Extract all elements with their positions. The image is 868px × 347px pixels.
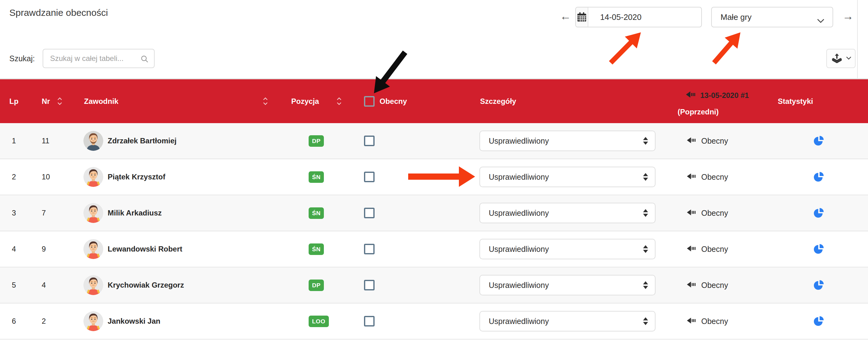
- position-badge: ŚN: [309, 244, 324, 255]
- stats-pie-icon[interactable]: [813, 304, 825, 339]
- page-title: Sprawdzanie obecności: [9, 7, 108, 18]
- next-day-arrow-button[interactable]: →: [842, 10, 854, 22]
- table-row: 1 11: [0, 123, 868, 159]
- header-position: Pozycja: [291, 79, 319, 123]
- red-arrow-icon: [609, 32, 641, 65]
- table-row: 6 2: [0, 304, 868, 340]
- search-icon: [140, 55, 149, 65]
- header-present: Obecny: [379, 79, 407, 123]
- history-back-icon: [687, 280, 696, 290]
- header-nr: Nr: [42, 79, 50, 123]
- player-avatar: [83, 275, 103, 295]
- player-avatar: [83, 203, 103, 223]
- history-back-icon: [686, 91, 696, 100]
- search-label: Szukaj:: [9, 54, 35, 63]
- present-checkbox[interactable]: [364, 316, 375, 326]
- chevron-down-icon: [846, 56, 851, 61]
- player-name: Milik Arkadiusz: [107, 195, 162, 231]
- history-back-icon: [687, 317, 696, 326]
- red-arrow-icon: [712, 32, 740, 64]
- select-all-present-checkbox[interactable]: [364, 96, 375, 107]
- table-row: 5 4: [0, 267, 868, 304]
- position-badge: DP: [309, 280, 324, 291]
- previous-attendance-label: Obecny: [701, 245, 728, 254]
- row-index-cell: 4: [12, 231, 16, 267]
- export-icon: [830, 53, 843, 65]
- sort-chevrons-icon[interactable]: [57, 97, 62, 105]
- player-number-cell: 10: [42, 159, 50, 195]
- details-select[interactable]: Usprawiedliwiony: [479, 311, 655, 332]
- previous-day-arrow-button[interactable]: ←: [560, 10, 571, 22]
- position-badge: ŚN: [309, 171, 324, 183]
- date-input[interactable]: [588, 7, 702, 27]
- search-box: [42, 49, 155, 68]
- player-avatar: [83, 311, 103, 331]
- header-details: Szczegóły: [480, 79, 516, 123]
- table-row: 4 9: [0, 231, 868, 267]
- table-header: Lp Nr Zawodnik Pozycja Obecny Szczegóły: [0, 79, 868, 123]
- header-lp: Lp: [9, 79, 18, 123]
- stats-pie-icon[interactable]: [813, 159, 825, 195]
- position-badge: DP: [309, 135, 324, 147]
- player-number-cell: 4: [42, 267, 46, 303]
- previous-attendance: Obecny: [687, 231, 728, 267]
- table-row: 2 10: [0, 159, 868, 195]
- history-back-icon: [687, 244, 696, 254]
- previous-attendance-label: Obecny: [701, 209, 728, 218]
- details-select[interactable]: Usprawiedliwiony: [479, 203, 655, 223]
- export-button[interactable]: [826, 49, 856, 68]
- previous-attendance: Obecny: [687, 123, 728, 159]
- history-back-icon: [687, 208, 696, 218]
- present-checkbox[interactable]: [364, 135, 375, 146]
- position-badge: ŚN: [309, 208, 324, 219]
- player-avatar: [83, 167, 103, 187]
- row-index-cell: 1: [12, 123, 16, 159]
- present-checkbox[interactable]: [364, 208, 375, 218]
- session-select[interactable]: Małe gry: [711, 7, 833, 27]
- position-badge: LOO: [309, 316, 329, 327]
- previous-attendance: Obecny: [687, 267, 728, 303]
- header-previous-date-link[interactable]: 13-05-2020 #1: [700, 91, 749, 100]
- player-avatar: [83, 239, 103, 259]
- player-name: Lewandowski Robert: [107, 231, 182, 267]
- panel-edge-divider: [857, 0, 858, 79]
- previous-attendance-label: Obecny: [701, 136, 728, 146]
- chevron-down-icon: [817, 16, 825, 26]
- header-player: Zawodnik: [84, 79, 119, 123]
- stats-pie-icon[interactable]: [813, 267, 825, 303]
- details-select[interactable]: Usprawiedliwiony: [479, 239, 655, 259]
- player-name: Jankowski Jan: [107, 304, 160, 339]
- present-checkbox[interactable]: [364, 171, 375, 182]
- sort-chevrons-icon[interactable]: [263, 97, 268, 105]
- row-index-cell: 5: [12, 267, 16, 303]
- previous-attendance-label: Obecny: [701, 281, 728, 290]
- present-checkbox[interactable]: [364, 280, 375, 290]
- sort-chevrons-icon[interactable]: [337, 97, 342, 105]
- player-avatar: [83, 131, 103, 151]
- stats-pie-icon[interactable]: [813, 231, 825, 267]
- stats-pie-icon[interactable]: [813, 123, 825, 159]
- row-index-cell: 2: [12, 159, 16, 195]
- player-name: Piątek Krzysztof: [107, 159, 165, 195]
- details-select[interactable]: Usprawiedliwiony: [479, 167, 655, 187]
- previous-attendance-label: Obecny: [701, 317, 728, 326]
- details-select[interactable]: Usprawiedliwiony: [479, 131, 655, 151]
- player-number-cell: 2: [42, 304, 46, 339]
- stats-pie-icon[interactable]: [813, 195, 825, 231]
- player-name: Krychowiak Grzegorz: [107, 267, 184, 303]
- player-number-cell: 7: [42, 195, 46, 231]
- previous-attendance: Obecny: [687, 195, 728, 231]
- history-back-icon: [687, 136, 696, 146]
- previous-attendance: Obecny: [687, 159, 728, 195]
- details-select[interactable]: Usprawiedliwiony: [479, 275, 655, 295]
- history-back-icon: [687, 172, 696, 182]
- table-body: 1 11: [0, 123, 868, 340]
- calendar-icon[interactable]: [576, 7, 588, 27]
- present-checkbox[interactable]: [364, 244, 375, 254]
- header-stats: Statystyki: [778, 79, 813, 123]
- date-picker: [575, 7, 702, 27]
- session-select-value: Małe gry: [720, 12, 752, 22]
- search-input[interactable]: [43, 50, 154, 67]
- player-number-cell: 11: [42, 123, 50, 159]
- table-row: 3 7: [0, 195, 868, 231]
